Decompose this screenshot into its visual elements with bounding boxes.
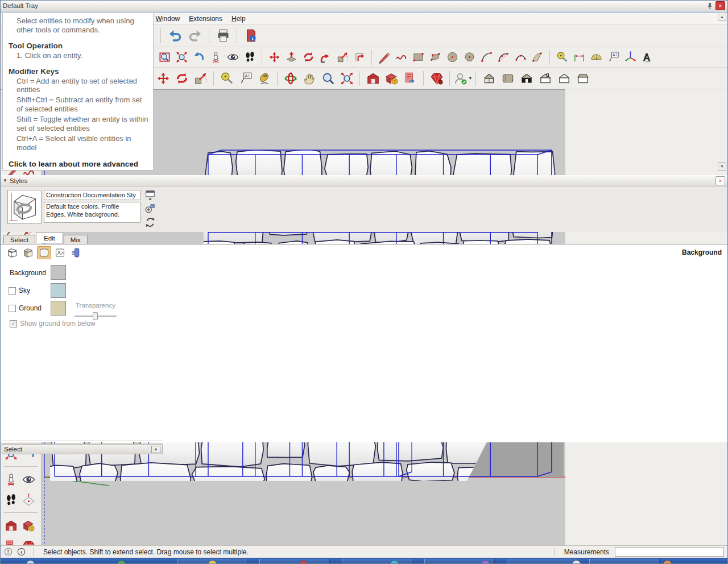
view-top-button[interactable]	[498, 69, 517, 88]
undo-button[interactable]	[164, 26, 185, 45]
view-iso-button[interactable]	[479, 69, 498, 88]
ground-color-swatch[interactable]	[51, 301, 66, 316]
view-right-button[interactable]	[536, 69, 555, 88]
scale-button[interactable]	[334, 49, 351, 66]
paint-bucket-button[interactable]	[255, 69, 274, 88]
update-style-icon[interactable]	[144, 216, 156, 229]
protractor-button[interactable]	[588, 49, 605, 66]
3d-warehouse-button[interactable]	[363, 69, 382, 88]
line-button[interactable]	[375, 49, 392, 66]
zoom-extents-button[interactable]	[337, 69, 356, 88]
share-component-button[interactable]	[401, 69, 420, 88]
rotated-rectangle-button[interactable]	[427, 49, 444, 66]
menu-window[interactable]: Window	[151, 14, 185, 24]
taskbar-app-block[interactable]	[589, 559, 660, 564]
3d-text-button[interactable]	[639, 49, 656, 66]
face-settings-button[interactable]	[21, 246, 35, 259]
look-around-button[interactable]	[20, 470, 38, 489]
redo-button[interactable]	[185, 26, 205, 45]
edge-settings-button[interactable]	[5, 246, 19, 259]
tape-measure-button[interactable]	[217, 69, 236, 88]
scroll-down-button[interactable]: ▼	[718, 162, 726, 171]
select-bar-dropdown-button[interactable]: ▼	[151, 446, 160, 453]
geolocation-icon[interactable]	[4, 548, 13, 556]
secondary-pane-icon[interactable]	[144, 189, 156, 201]
axes-button[interactable]	[622, 49, 639, 66]
sky-checkbox[interactable]	[9, 287, 16, 295]
taskbar-app-block[interactable]	[507, 559, 577, 564]
follow-me-button[interactable]	[317, 49, 334, 66]
extension-warehouse-button[interactable]	[427, 69, 446, 88]
style-name-input[interactable]	[44, 190, 140, 200]
tab-select[interactable]: Select	[3, 235, 35, 244]
pin-icon[interactable]	[706, 2, 714, 10]
rotate-button[interactable]	[300, 49, 317, 66]
windows-taskbar[interactable]	[1, 558, 727, 564]
taskbar-app-block[interactable]	[259, 559, 330, 564]
move-button[interactable]	[154, 69, 172, 88]
tray-close-button[interactable]: ×	[715, 1, 725, 10]
tab-edit[interactable]: Edit	[36, 232, 63, 243]
tray-bottom-select-bar[interactable]: Select ▼	[2, 444, 163, 454]
scale-button[interactable]	[191, 69, 210, 88]
taskbar-app-icon[interactable]	[572, 561, 581, 564]
view-front-button[interactable]	[517, 69, 536, 88]
scroll-up-button[interactable]: ▲	[718, 13, 726, 21]
text-button[interactable]: A1	[236, 69, 255, 88]
rotate-button[interactable]	[172, 69, 191, 88]
offset-button[interactable]	[351, 49, 368, 66]
share-model-button[interactable]	[382, 69, 401, 88]
orbit-button[interactable]	[281, 69, 300, 88]
position-camera-button[interactable]	[207, 49, 224, 66]
slider-thumb[interactable]	[93, 312, 98, 320]
menu-help[interactable]: Help	[227, 14, 250, 24]
ground-checkbox[interactable]	[9, 305, 16, 312]
dimension-button[interactable]	[570, 49, 588, 66]
sign-in-dropdown-icon[interactable]: ▼	[469, 76, 473, 80]
arc3-button[interactable]	[512, 49, 529, 66]
modeling-settings-button[interactable]	[69, 246, 83, 259]
zoom-button[interactable]	[318, 69, 337, 88]
print-button[interactable]	[213, 26, 233, 45]
tab-mix[interactable]: Mix	[64, 235, 88, 244]
polygon-button[interactable]	[461, 49, 478, 66]
walk-button[interactable]	[2, 490, 20, 509]
sign-in-button[interactable]: ▼	[453, 69, 472, 88]
3d-warehouse-button[interactable]	[2, 516, 20, 535]
previous-button[interactable]	[190, 49, 207, 66]
taskbar-app-block[interactable]	[342, 559, 412, 564]
move-button[interactable]	[266, 49, 283, 66]
share-model-button[interactable]	[20, 516, 38, 535]
pan-button[interactable]	[300, 69, 318, 88]
show-ground-checkbox[interactable]: ✓	[10, 320, 17, 327]
taskbar-app-icon[interactable]	[663, 561, 672, 564]
push-pull-button[interactable]	[283, 49, 300, 66]
model-info-button[interactable]	[241, 26, 261, 45]
view-back-button[interactable]	[555, 69, 573, 88]
transparency-slider[interactable]	[75, 312, 117, 320]
credits-info-icon[interactable]	[17, 548, 26, 556]
sky-color-swatch[interactable]	[51, 283, 66, 298]
rectangle-button[interactable]	[410, 49, 427, 66]
pie-button[interactable]	[529, 49, 546, 66]
freehand-button[interactable]	[392, 49, 410, 66]
background-color-swatch[interactable]	[51, 265, 66, 280]
view-left-button[interactable]	[573, 69, 592, 88]
style-thumbnail[interactable]	[7, 190, 42, 224]
section-plane-button[interactable]	[20, 490, 38, 509]
circle-button[interactable]	[444, 49, 461, 66]
position-camera-button[interactable]	[2, 470, 20, 489]
measurements-input[interactable]	[615, 547, 724, 557]
zoom-window-button[interactable]	[156, 49, 173, 66]
walk-button[interactable]	[241, 49, 258, 66]
look-around-button[interactable]	[224, 49, 241, 66]
styles-panel-header[interactable]: ▼ Styles ×	[1, 175, 727, 186]
watermark-settings-button[interactable]	[53, 246, 67, 259]
menu-extensions[interactable]: Extensions	[184, 14, 227, 24]
zoom-extents-button[interactable]	[173, 49, 190, 66]
taskbar-app-icon[interactable]	[117, 561, 126, 564]
styles-close-button[interactable]: ×	[715, 176, 725, 185]
create-style-icon[interactable]	[144, 202, 156, 215]
instructor-scrollbar[interactable]: ▲ ▼	[718, 13, 726, 171]
background-settings-button[interactable]	[37, 246, 51, 259]
